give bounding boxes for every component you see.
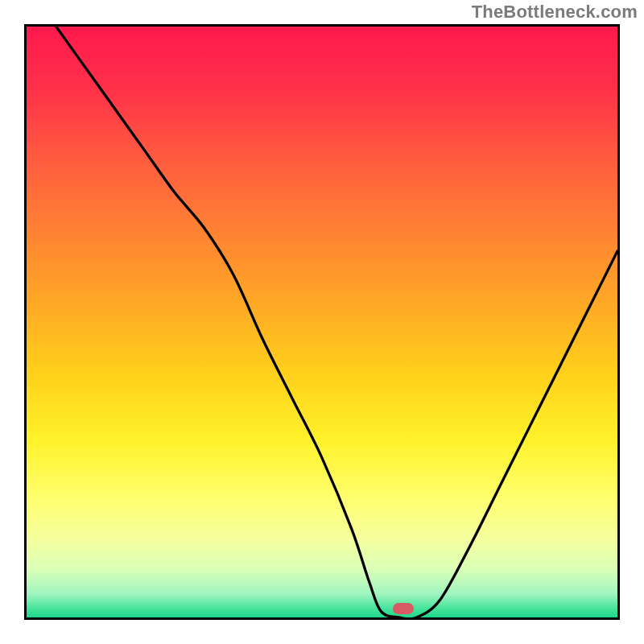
bottleneck-curve [27,27,617,617]
minimum-marker [393,603,414,614]
watermark-text: TheBottleneck.com [472,2,638,23]
plot-area [24,24,620,620]
chart-frame: TheBottleneck.com [0,0,644,644]
